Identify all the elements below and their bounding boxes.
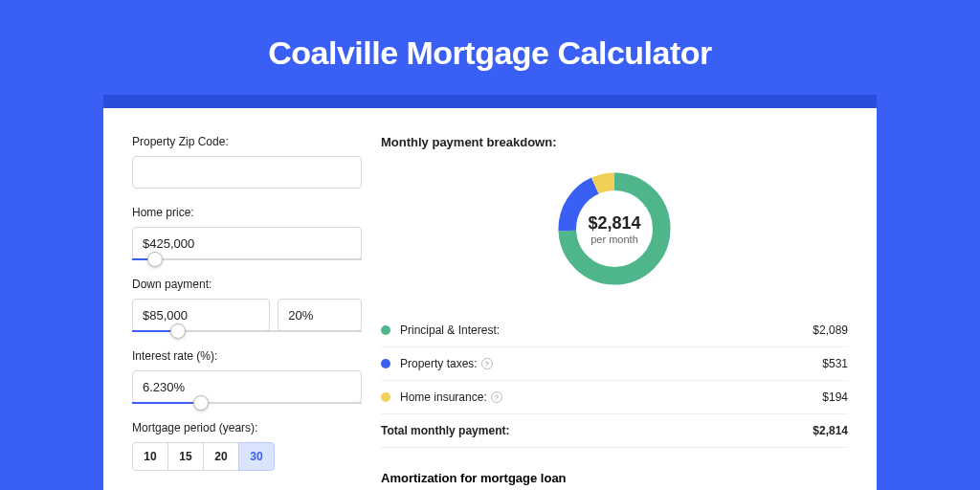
rate-slider[interactable] [132, 402, 362, 404]
period-btn-30[interactable]: 30 [238, 442, 275, 471]
zip-label: Property Zip Code: [132, 135, 362, 148]
price-slider[interactable] [132, 258, 362, 260]
form-panel: Property Zip Code: Home price: Down paym… [132, 135, 362, 490]
donut-amount: $2,814 [588, 213, 640, 234]
down-label: Down payment: [132, 278, 362, 291]
donut-chart: $2,814 per month [552, 167, 677, 291]
dot-icon [381, 392, 390, 402]
down-amount-input[interactable] [132, 299, 270, 331]
info-icon[interactable]: ? [491, 391, 502, 403]
legend-value: $531 [822, 357, 848, 370]
legend-label: Property taxes: ? [400, 357, 822, 370]
page-title: Coalville Mortgage Calculator [0, 0, 980, 95]
legend-value: $194 [822, 390, 848, 404]
total-value: $2,814 [813, 424, 848, 437]
donut-sub: per month [590, 234, 638, 245]
period-field: Mortgage period (years): 10 15 20 30 [132, 421, 362, 471]
breakdown-panel: Monthly payment breakdown: $2,814 per mo… [381, 135, 848, 490]
zip-field: Property Zip Code: [132, 135, 362, 189]
down-field: Down payment: [132, 278, 362, 332]
legend-label: Home insurance: ? [400, 390, 822, 404]
legend-total: Total monthly payment: $2,814 [381, 414, 848, 448]
breakdown-title: Monthly payment breakdown: [381, 135, 848, 149]
price-input[interactable] [132, 227, 362, 259]
period-btn-20[interactable]: 20 [203, 442, 239, 471]
dot-icon [381, 359, 390, 368]
total-label: Total monthly payment: [381, 424, 813, 437]
rate-input[interactable] [132, 370, 362, 403]
legend-principal: Principal & Interest: $2,089 [381, 314, 848, 347]
rate-field: Interest rate (%): [132, 349, 362, 404]
info-icon[interactable]: ? [481, 358, 493, 369]
legend-insurance: Home insurance: ? $194 [381, 381, 848, 414]
period-btn-10[interactable]: 10 [132, 442, 168, 471]
period-btn-15[interactable]: 15 [167, 442, 204, 471]
legend-value: $2,089 [813, 323, 848, 337]
down-percent-input[interactable] [278, 299, 362, 331]
legend-label: Principal & Interest: [400, 323, 813, 337]
dot-icon [381, 325, 390, 335]
price-label: Home price: [132, 206, 362, 219]
period-label: Mortgage period (years): [132, 421, 362, 434]
down-slider[interactable] [132, 330, 362, 332]
rate-label: Interest rate (%): [132, 349, 362, 363]
legend-taxes: Property taxes: ? $531 [381, 347, 848, 381]
price-field: Home price: [132, 206, 362, 260]
calculator-card: Property Zip Code: Home price: Down paym… [103, 108, 877, 490]
donut-chart-wrap: $2,814 per month [381, 167, 848, 291]
amortization-section: Amortization for mortgage loan Amortizat… [381, 471, 848, 490]
period-button-group: 10 15 20 30 [132, 442, 362, 471]
amort-title: Amortization for mortgage loan [381, 471, 848, 485]
zip-input[interactable] [132, 156, 362, 189]
